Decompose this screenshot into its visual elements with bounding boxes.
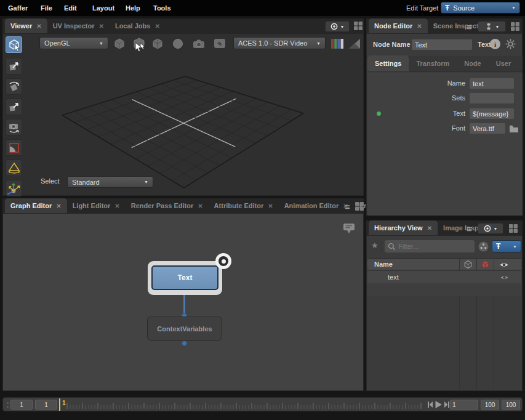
tab-viewer[interactable]: Viewer ✕ <box>5 18 47 33</box>
close-icon[interactable]: ✕ <box>99 23 104 30</box>
set-membership-icon[interactable] <box>478 241 489 252</box>
camera-settings-button[interactable] <box>191 36 206 51</box>
tab-light-editor[interactable]: Light Editor ✕ <box>67 198 126 213</box>
tab-local-jobs[interactable]: Local Jobs ✕ <box>110 18 166 33</box>
menu-layout[interactable]: Layout <box>92 4 114 12</box>
hierarchy-row-text[interactable]: text <box>367 271 521 283</box>
close-icon[interactable]: ✕ <box>268 203 273 209</box>
graph-editor-canvas[interactable]: Text ContextVariables <box>2 213 364 391</box>
skip-to-start-icon[interactable] <box>427 401 433 408</box>
tab-overflow-menu-icon[interactable]: ≡ <box>467 22 472 31</box>
playback-end-input[interactable] <box>481 400 499 410</box>
skip-to-end-icon[interactable] <box>444 401 450 408</box>
node-context-variables[interactable]: ContextVariables <box>147 317 222 341</box>
menu-file[interactable]: File <box>41 4 52 12</box>
menu-tools[interactable]: Tools <box>153 4 171 12</box>
light-tool-button[interactable] <box>6 160 22 176</box>
edit-target-value: Source <box>453 4 475 12</box>
playhead[interactable] <box>59 398 60 411</box>
output-plug[interactable] <box>182 341 187 346</box>
close-icon[interactable]: ✕ <box>427 225 432 232</box>
close-icon[interactable]: ✕ <box>114 203 119 209</box>
exposure-gamma-button[interactable] <box>347 36 362 51</box>
scene-view-settings-button[interactable] <box>212 36 227 51</box>
menu-help[interactable]: Help <box>126 4 140 12</box>
playback-start-input[interactable] <box>35 400 57 410</box>
light-position-tool-button[interactable] <box>6 180 22 196</box>
tab-settings[interactable]: Settings <box>367 55 409 71</box>
tab-attribute-editor[interactable]: Attribute Editor ✕ <box>209 198 279 213</box>
font-field-input[interactable] <box>470 123 505 134</box>
drawing-mode-solid-button[interactable] <box>112 36 127 51</box>
focus-indicator[interactable] <box>215 253 231 269</box>
name-field-input[interactable] <box>470 78 514 89</box>
gear-icon[interactable] <box>505 38 516 50</box>
focus-target-button[interactable]: ▼ <box>325 21 350 32</box>
range-end-input[interactable] <box>502 400 520 410</box>
scale-tool-button[interactable] <box>6 99 22 115</box>
current-frame-input[interactable] <box>450 400 478 410</box>
menu-edit[interactable]: Edit <box>64 4 77 12</box>
camera-tool-button[interactable] <box>6 119 22 135</box>
eye-icon[interactable] <box>500 273 509 281</box>
rotate-tool-button[interactable] <box>6 78 22 95</box>
display-transform-dropdown[interactable]: ACES 1.0 - SDR Video ▼ <box>233 37 326 49</box>
star-icon[interactable]: ★ <box>371 241 379 250</box>
menu-gaffer[interactable]: Gaffer <box>8 4 28 12</box>
tab-image-inspector-truncated[interactable]: Image Inspe <box>438 220 484 235</box>
tab-uv-inspector[interactable]: UV Inspector ✕ <box>47 18 110 33</box>
layout-grid-button[interactable] <box>508 224 518 233</box>
info-icon[interactable]: i <box>490 39 500 49</box>
tab-overflow-menu-icon[interactable]: ≡ <box>345 202 350 211</box>
tab-graph-editor[interactable]: Graph Editor ✕ <box>5 198 67 213</box>
filter-input[interactable] <box>398 243 466 250</box>
select-tool-button[interactable] <box>6 36 22 53</box>
layout-grid-button[interactable] <box>355 201 364 211</box>
frame-ruler[interactable] <box>66 399 425 410</box>
tab-transform[interactable]: Transform <box>409 55 457 71</box>
close-icon[interactable]: ✕ <box>36 23 41 30</box>
editor-focus-button[interactable]: ▼ <box>478 21 506 32</box>
cube-solid-icon <box>113 38 126 50</box>
tab-overflow-menu-icon[interactable]: ≡ <box>467 224 472 233</box>
shading-mode-button[interactable] <box>170 36 185 51</box>
tab-user[interactable]: User <box>489 55 518 71</box>
focus-target-button[interactable]: ▼ <box>478 223 503 234</box>
cube-column-icon[interactable] <box>463 260 473 269</box>
channels-button[interactable] <box>330 36 345 51</box>
crop-window-tool-button[interactable] <box>6 139 22 156</box>
sets-field-input[interactable] <box>470 93 514 103</box>
range-start-input[interactable] <box>10 400 33 410</box>
eye-column-icon[interactable] <box>499 260 509 269</box>
render-cube-column-icon[interactable] <box>481 260 490 269</box>
select-mode-label: Select <box>41 177 60 185</box>
node-name-input[interactable] <box>412 39 472 50</box>
close-icon[interactable]: ✕ <box>56 203 61 209</box>
text-field-input[interactable] <box>470 108 514 119</box>
translate-tool-button[interactable] <box>6 58 22 75</box>
close-icon[interactable]: ✕ <box>198 203 202 209</box>
viewer-viewport[interactable]: OpenGL ▼ ACES 1.0 <box>2 33 364 196</box>
filter-search-box[interactable] <box>385 240 475 252</box>
drawing-mode-wireframe-button[interactable] <box>150 36 165 51</box>
close-icon[interactable]: ✕ <box>417 23 422 30</box>
folder-icon[interactable] <box>509 124 519 133</box>
tab-node-editor[interactable]: Node Editor ✕ <box>369 18 428 33</box>
tab-render-pass-editor[interactable]: Render Pass Editor ✕ <box>126 198 209 213</box>
close-icon[interactable]: ✕ <box>154 23 159 30</box>
select-mode-dropdown[interactable]: Standard ▼ <box>67 176 153 188</box>
node-text[interactable]: Text <box>151 265 218 290</box>
tab-node[interactable]: Node <box>457 55 489 71</box>
layout-grid-button[interactable] <box>510 22 520 31</box>
name-column-header[interactable]: Name <box>374 260 393 268</box>
tab-hierarchy-view[interactable]: Hierarchy View ✕ <box>369 220 438 235</box>
play-icon[interactable] <box>435 400 443 409</box>
annotation-bubble-icon[interactable] <box>342 222 356 235</box>
tab-animation-editor[interactable]: Animation Editor ✕ <box>279 198 354 213</box>
name-field-label: Name <box>404 78 465 89</box>
edit-scope-dropdown[interactable]: Ŧ ▼ <box>492 240 521 252</box>
edit-target-dropdown[interactable]: Ŧ Source ▼ <box>441 2 520 14</box>
layout-grid-button[interactable] <box>353 21 363 31</box>
tab-scene-inspector-truncated[interactable]: Scene Inspecto <box>428 18 484 33</box>
renderer-dropdown[interactable]: OpenGL ▼ <box>39 37 108 49</box>
